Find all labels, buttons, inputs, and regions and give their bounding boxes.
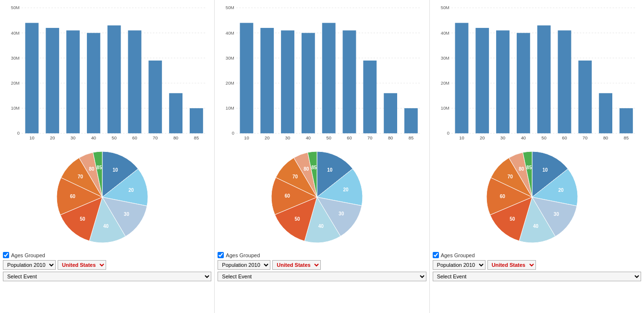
- svg-text:10M: 10M: [440, 106, 449, 111]
- svg-text:70: 70: [292, 174, 298, 179]
- svg-text:80: 80: [173, 136, 178, 140]
- svg-text:50M: 50M: [226, 5, 234, 10]
- svg-rect-53: [261, 28, 274, 133]
- svg-text:10: 10: [542, 167, 548, 173]
- svg-text:10: 10: [459, 136, 464, 140]
- svg-rect-28: [190, 108, 203, 133]
- controls-2: Ages GroupedPopulation 2010United States…: [217, 250, 427, 282]
- svg-text:10: 10: [244, 136, 249, 140]
- event-select-1[interactable]: Select Event: [3, 272, 211, 281]
- bar-chart-3: 010M20M30M40M50M102030405060708085: [432, 4, 642, 143]
- svg-text:40: 40: [306, 136, 311, 140]
- svg-text:10: 10: [328, 167, 333, 173]
- svg-text:20M: 20M: [11, 81, 20, 86]
- svg-rect-61: [343, 30, 356, 133]
- svg-text:30M: 30M: [440, 56, 449, 61]
- svg-rect-92: [475, 28, 489, 133]
- svg-text:50: 50: [111, 136, 116, 140]
- svg-text:10: 10: [113, 167, 119, 173]
- svg-rect-106: [620, 108, 633, 133]
- svg-rect-14: [46, 28, 59, 133]
- svg-text:30M: 30M: [11, 56, 20, 61]
- pie-chart-2: 102030405060708085: [217, 144, 427, 250]
- ages-grouped-checkbox-3[interactable]: [433, 252, 439, 258]
- svg-rect-98: [537, 25, 550, 133]
- svg-rect-51: [240, 23, 254, 134]
- svg-text:0: 0: [447, 131, 449, 136]
- svg-text:30: 30: [554, 212, 559, 217]
- svg-rect-18: [87, 33, 100, 133]
- svg-text:70: 70: [508, 174, 513, 179]
- svg-text:30: 30: [339, 211, 345, 216]
- ages-grouped-label-2: Ages Grouped: [226, 252, 260, 258]
- ages-grouped-label-3: Ages Grouped: [441, 252, 475, 258]
- svg-rect-57: [302, 33, 315, 133]
- svg-text:30: 30: [285, 136, 290, 140]
- event-select-2[interactable]: Select Event: [218, 272, 426, 281]
- svg-text:10: 10: [29, 136, 34, 140]
- svg-rect-26: [169, 93, 182, 134]
- svg-text:10M: 10M: [226, 106, 234, 111]
- svg-text:40M: 40M: [226, 31, 234, 36]
- svg-text:70: 70: [153, 136, 158, 140]
- svg-text:50: 50: [80, 216, 85, 222]
- country-select-2[interactable]: United States: [272, 260, 321, 270]
- event-select-3[interactable]: Select Event: [433, 272, 641, 281]
- svg-text:40M: 40M: [440, 31, 449, 36]
- pie-chart-1: 102030405060708085: [2, 144, 212, 250]
- bar-chart-2: 010M20M30M40M50M102030405060708085: [217, 4, 427, 143]
- svg-text:85: 85: [526, 165, 532, 170]
- svg-text:80: 80: [519, 166, 524, 172]
- svg-text:85: 85: [97, 165, 102, 170]
- svg-rect-100: [558, 30, 571, 133]
- svg-rect-104: [599, 93, 612, 134]
- svg-text:85: 85: [623, 136, 628, 140]
- svg-rect-102: [578, 61, 592, 133]
- svg-text:20: 20: [558, 188, 564, 193]
- svg-text:20: 20: [265, 136, 269, 140]
- svg-rect-65: [384, 93, 398, 134]
- svg-text:40: 40: [318, 224, 324, 229]
- svg-text:50: 50: [510, 216, 515, 222]
- svg-rect-94: [496, 30, 510, 133]
- svg-text:20: 20: [50, 136, 55, 140]
- svg-text:30: 30: [500, 136, 505, 140]
- main-container: 010M20M30M40M50M102030405060708085102030…: [0, 0, 644, 313]
- svg-text:50M: 50M: [11, 5, 20, 10]
- svg-text:50: 50: [541, 136, 546, 140]
- svg-text:20: 20: [480, 136, 485, 140]
- svg-text:10M: 10M: [11, 106, 20, 111]
- svg-text:70: 70: [78, 174, 84, 179]
- svg-text:20M: 20M: [226, 81, 234, 86]
- ages-grouped-checkbox-1[interactable]: [3, 252, 9, 258]
- svg-rect-63: [364, 61, 377, 133]
- pie-chart-3: 102030405060708085: [432, 144, 642, 250]
- svg-text:85: 85: [409, 136, 413, 140]
- svg-text:70: 70: [367, 136, 372, 140]
- country-select-3[interactable]: United States: [487, 260, 536, 270]
- svg-text:40: 40: [521, 136, 525, 140]
- svg-rect-24: [148, 61, 162, 133]
- bar-chart-1: 010M20M30M40M50M102030405060708085: [2, 4, 212, 143]
- svg-text:80: 80: [304, 166, 310, 172]
- svg-text:0: 0: [232, 131, 234, 136]
- svg-text:40: 40: [533, 224, 539, 229]
- country-select-1[interactable]: United States: [58, 260, 106, 270]
- svg-rect-90: [455, 23, 468, 134]
- svg-text:50: 50: [327, 136, 331, 140]
- svg-text:50M: 50M: [440, 5, 449, 10]
- svg-text:85: 85: [194, 136, 199, 140]
- svg-text:30: 30: [124, 212, 130, 217]
- svg-text:40: 40: [91, 136, 96, 140]
- svg-text:60: 60: [285, 193, 291, 199]
- ages-grouped-checkbox-2[interactable]: [218, 252, 224, 258]
- svg-text:20: 20: [343, 187, 349, 192]
- population-select-1[interactable]: Population 2010: [3, 260, 56, 270]
- population-select-3[interactable]: Population 2010: [433, 260, 486, 270]
- svg-text:60: 60: [347, 136, 352, 140]
- svg-text:60: 60: [562, 136, 567, 140]
- chart-panel-1: 010M20M30M40M50M102030405060708085102030…: [0, 0, 215, 313]
- svg-text:40M: 40M: [11, 31, 20, 36]
- population-select-2[interactable]: Population 2010: [218, 260, 270, 270]
- svg-text:80: 80: [388, 136, 393, 140]
